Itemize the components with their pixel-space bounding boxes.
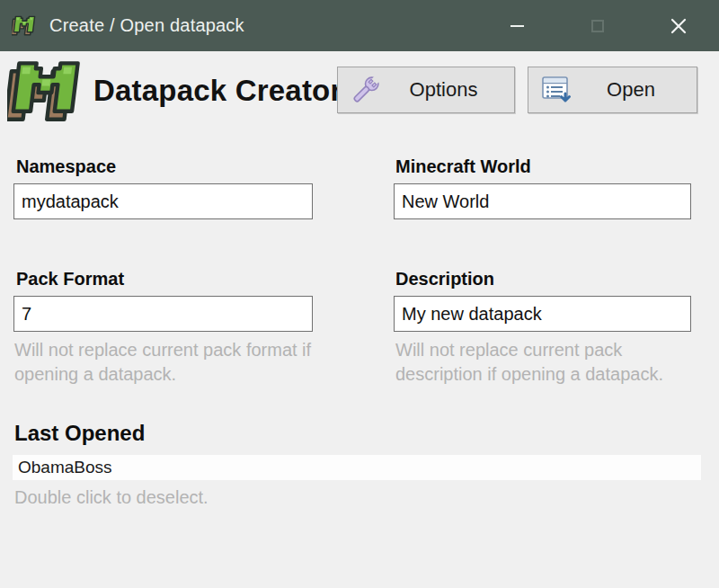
description-helper: Will not replace current pack descriptio… xyxy=(395,338,712,387)
window-title: Create / Open datapack xyxy=(49,15,244,36)
close-button[interactable] xyxy=(658,0,699,51)
maximize-button xyxy=(577,0,618,51)
last-opened-label: Last Opened xyxy=(14,421,145,446)
pack-format-label: Pack Format xyxy=(16,269,124,290)
options-button-label: Options xyxy=(382,78,505,102)
open-button[interactable]: Open xyxy=(528,67,697,113)
pack-format-helper: Will not replace current pack format if … xyxy=(14,338,320,387)
window-controls xyxy=(496,0,719,51)
pack-format-input[interactable] xyxy=(13,296,313,332)
maximize-icon xyxy=(591,20,604,32)
options-button[interactable]: Options xyxy=(337,67,515,113)
minecraft-world-input[interactable] xyxy=(394,183,691,219)
page-title: Datapack Creator xyxy=(93,74,342,108)
minimize-icon xyxy=(510,25,524,27)
namespace-label: Namespace xyxy=(16,156,116,177)
last-opened-helper: Double click to deselect. xyxy=(14,486,209,510)
minecraft-world-label: Minecraft World xyxy=(395,156,531,177)
app-window: Create / Open datapack Datapack Creator xyxy=(0,0,719,588)
namespace-input[interactable] xyxy=(13,183,313,219)
titlebar: Create / Open datapack xyxy=(0,0,719,51)
last-opened-list: ObamaBoss xyxy=(13,455,701,480)
wrench-icon xyxy=(350,73,382,107)
description-label: Description xyxy=(395,269,494,290)
open-button-label: Open xyxy=(574,78,688,102)
minimize-button[interactable] xyxy=(496,0,537,51)
description-input[interactable] xyxy=(394,296,691,332)
list-item[interactable]: ObamaBoss xyxy=(13,455,701,480)
close-icon xyxy=(670,18,687,34)
app-logo-icon xyxy=(12,13,37,39)
open-list-icon xyxy=(540,74,574,106)
app-logo xyxy=(7,54,84,131)
